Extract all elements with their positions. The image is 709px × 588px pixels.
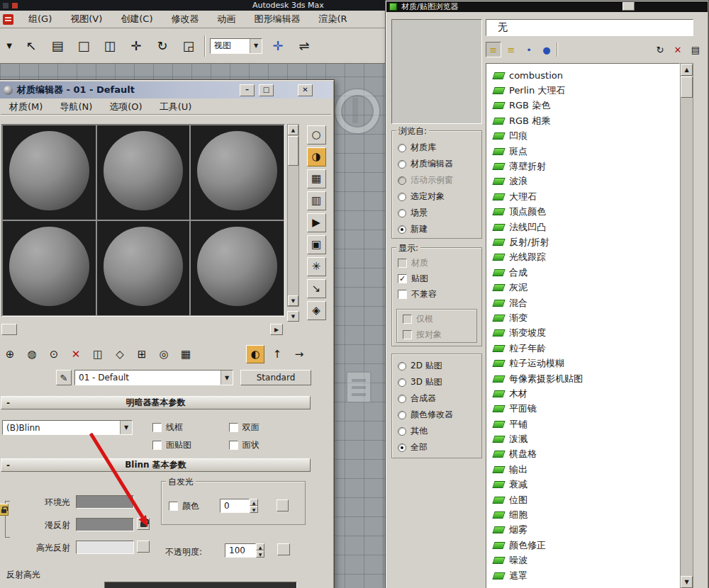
put-material-to-scene-icon[interactable]: ◍ [23, 345, 41, 363]
select-and-rotate-icon[interactable]: ↻ [152, 35, 173, 57]
material-sample-slot[interactable] [97, 221, 190, 315]
browser-titlebar-button[interactable] [623, 2, 635, 11]
self-illumination-value[interactable]: 0 [220, 499, 250, 513]
sample-slots-scrollbar[interactable]: ▲ ▼ [287, 124, 299, 307]
shader-type-dropdown[interactable]: (B)Blinn ▼ [2, 420, 133, 435]
map-list-item[interactable]: 细胞 [489, 507, 679, 522]
view-list-icon[interactable]: ≡ [486, 42, 501, 57]
show-sub-checkbox[interactable]: 仅根 [397, 311, 476, 327]
map-list-item[interactable]: 大理石 [489, 189, 679, 204]
reset-map-icon[interactable]: ✕ [67, 345, 85, 363]
material-sample-slot[interactable] [97, 125, 190, 220]
drag-sample-swatch[interactable] [1, 324, 17, 335]
map-list-item[interactable]: 渐变 [489, 310, 679, 325]
map-list-item[interactable]: 波浪 [489, 174, 679, 189]
chevron-down-icon[interactable]: ▼ [250, 39, 262, 53]
chevron-down-icon[interactable]: ▼ [220, 371, 233, 385]
current-selection-field[interactable]: 无 [486, 19, 693, 36]
view-list-plus-icon[interactable]: ≡ [503, 42, 519, 57]
menu-item[interactable]: 视图(V) [61, 13, 111, 26]
select-by-material-icon[interactable]: ↘ [307, 279, 326, 298]
view-large-icons-icon[interactable]: ● [539, 42, 554, 57]
menu-item[interactable]: 动画 [208, 13, 245, 26]
material-map-navigator-icon[interactable]: ◈ [307, 301, 326, 320]
chevron-down-icon[interactable]: ▼ [120, 421, 132, 434]
browse-from-option[interactable]: 场景 [392, 205, 481, 221]
rectangular-selection-region-icon[interactable]: □ [73, 35, 94, 57]
minimize-button[interactable]: – [240, 84, 255, 96]
diffuse-map-lock-icon[interactable] [137, 518, 150, 530]
flyout-arrow-icon[interactable]: ▼ [3, 35, 16, 57]
map-list-item[interactable]: 棋盘格 [489, 447, 679, 462]
map-filter-option[interactable]: 合成器 [392, 390, 481, 407]
diffuse-color-swatch[interactable] [76, 518, 134, 531]
material-sample-slot[interactable] [3, 125, 96, 220]
opacity-value[interactable]: 100 [225, 543, 256, 558]
material-editor-menu-item[interactable]: 导航(N) [51, 101, 101, 113]
menu-item[interactable]: 渲染(R [310, 13, 357, 26]
show-map-in-viewport-icon[interactable]: ▦ [177, 345, 195, 363]
browse-from-option[interactable]: 材质编辑器 [392, 156, 481, 172]
menu-item[interactable]: 图形编辑器 [245, 13, 310, 26]
map-list-item[interactable]: 颜色修正 [489, 538, 679, 553]
go-to-parent-icon[interactable]: ↑ [268, 345, 286, 363]
self-illumination-map-button[interactable] [277, 499, 289, 511]
map-list-item[interactable]: 位图 [489, 492, 679, 507]
map-list-item[interactable]: 平面镜 [489, 402, 679, 417]
material-name-dropdown[interactable]: 01 - Default ▼ [74, 370, 233, 385]
map-list-item[interactable]: RGB 相乘 [489, 113, 679, 128]
map-list-item[interactable]: 泼溅 [489, 431, 679, 446]
map-list-item[interactable]: 灰泥 [489, 280, 679, 295]
maximize-button[interactable]: □ [259, 84, 274, 96]
rollout-blinn-basic-params[interactable]: - Blinn 基本参数 [1, 458, 311, 472]
show-sub-checkbox[interactable]: 按对象 [397, 327, 476, 342]
window-crossing-toggle-icon[interactable]: ◫ [99, 35, 121, 57]
select-and-uniform-scale-icon[interactable]: ◲ [178, 35, 199, 57]
slot-scroll-down-icon[interactable]: ▼ [287, 311, 299, 322]
map-list-item[interactable]: RGB 染色 [489, 98, 679, 113]
show-checkbox[interactable]: 不兼容 [392, 286, 481, 302]
map-filter-option[interactable]: 其他 [392, 423, 481, 439]
map-list-item[interactable]: Perlin 大理石 [489, 83, 679, 98]
delete-from-library-icon[interactable]: ✕ [670, 42, 686, 57]
map-list-item[interactable]: 输出 [489, 462, 679, 477]
shader-flag-checkbox[interactable]: 双面 [229, 422, 306, 434]
rollout-shader-basic-params[interactable]: - 明暗器基本参数 [1, 396, 311, 409]
material-id-channel-icon[interactable]: ◎ [155, 345, 173, 363]
scroll-down-icon[interactable]: ▼ [681, 576, 693, 588]
close-button[interactable]: ✕ [298, 84, 313, 96]
menu-item[interactable]: 组(G) [19, 13, 61, 26]
scroll-up-icon[interactable]: ▲ [288, 125, 298, 135]
browse-from-option[interactable]: 新建 [392, 221, 481, 237]
app-menu-icon[interactable] [3, 14, 13, 25]
ambient-color-swatch[interactable] [76, 495, 134, 509]
shader-flag-checkbox[interactable]: 线框 [152, 422, 229, 434]
map-list-item[interactable]: 斑点 [489, 144, 679, 159]
map-list-item[interactable]: 木材 [489, 386, 679, 401]
sample-uv-tiling-icon[interactable]: ▥ [307, 191, 326, 210]
map-list-item[interactable]: 平铺 [489, 417, 679, 431]
menu-item[interactable]: 创建(C) [111, 13, 162, 26]
view-small-icons-icon[interactable]: • [521, 42, 537, 57]
select-and-move-icon[interactable]: ✛ [125, 35, 147, 57]
background-icon[interactable]: ▦ [307, 169, 326, 188]
specular-color-swatch[interactable] [76, 541, 134, 554]
shader-flag-checkbox[interactable]: 面状 [229, 439, 306, 451]
map-list-item[interactable]: 凹痕 [489, 129, 679, 144]
opacity-map-button[interactable] [277, 543, 290, 555]
map-list-item[interactable]: 合成 [489, 265, 679, 280]
show-checkbox[interactable]: 贴图 [392, 271, 481, 286]
map-list-item[interactable]: combustion [489, 68, 679, 83]
material-sample-slot[interactable] [3, 221, 96, 315]
color-checkbox[interactable]: 颜色 [169, 500, 199, 512]
map-list-item[interactable]: 噪波 [489, 553, 679, 568]
show-checkbox[interactable]: 材质 [392, 255, 481, 271]
map-list-item[interactable]: 衰减 [489, 477, 679, 492]
view-dropdown[interactable]: 视图 ▼ [210, 38, 262, 54]
map-filter-option[interactable]: 颜色修改器 [392, 407, 481, 423]
sample-type-sphere-icon[interactable]: ○ [307, 125, 326, 145]
map-filter-option[interactable]: 3D 贴图 [392, 374, 481, 390]
map-list-item[interactable]: 粒子运动模糊 [489, 356, 679, 371]
select-object-icon[interactable]: ↖ [21, 35, 42, 57]
menu-item[interactable]: 修改器 [162, 13, 208, 26]
